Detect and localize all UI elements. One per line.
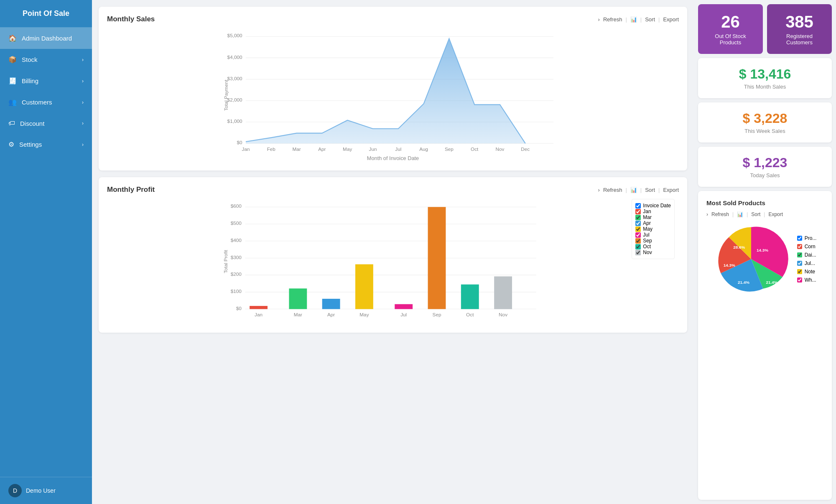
registered-number: 385	[775, 13, 823, 31]
pie-check-note[interactable]	[797, 269, 802, 274]
svg-text:Aug: Aug	[419, 146, 428, 152]
home-icon: 🏠	[8, 34, 17, 42]
pie-check-pro[interactable]	[797, 236, 802, 241]
sidebar-label-discount: Discount	[20, 120, 44, 127]
chart-icon-msp[interactable]: 📊	[737, 211, 743, 217]
pie-legend-item-corn: Corn	[797, 244, 817, 249]
sidebar-footer: D Demo User	[0, 477, 92, 504]
user-name: Demo User	[26, 487, 56, 494]
chevron-right-icon-discount: ›	[82, 120, 84, 126]
most-sold-header: Most Sold Products	[706, 199, 823, 206]
monthly-profit-export[interactable]: Export	[663, 187, 679, 193]
monthly-sales-sort[interactable]: Sort	[645, 16, 655, 23]
divider1: |	[625, 16, 627, 23]
divider2: |	[640, 16, 642, 23]
most-sold-export[interactable]: Export	[768, 211, 783, 217]
pie-label-corn: Corn	[805, 244, 816, 249]
out-of-stock-card: 26 Out Of Stock Products	[698, 4, 763, 54]
pie-check-jul[interactable]	[797, 261, 802, 266]
this-week-label: This Week Sales	[706, 128, 823, 134]
chart-icon-ms[interactable]: 📊	[630, 16, 637, 23]
monthly-profit-chart: $600 $500 $400 $300 $200 $100 $0 Total P…	[107, 199, 679, 324]
sidebar-item-stock[interactable]: 📦 Stock ›	[0, 49, 92, 70]
monthly-sales-export[interactable]: Export	[663, 16, 679, 23]
legend-label-jul: Jul	[643, 232, 649, 238]
legend-check-apr[interactable]	[635, 221, 641, 226]
svg-text:$3,000: $3,000	[227, 76, 242, 81]
svg-text:Jul: Jul	[395, 146, 401, 152]
legend-check-sep[interactable]	[635, 238, 641, 244]
most-sold-refresh[interactable]: Refresh	[711, 211, 729, 217]
svg-text:$0: $0	[237, 140, 242, 145]
today-sales-card: $ 1,223 Today Sales	[698, 147, 832, 187]
svg-rect-47	[428, 207, 446, 309]
most-sold-sort[interactable]: Sort	[751, 211, 760, 217]
monthly-profit-sort[interactable]: Sort	[645, 187, 655, 193]
pie-legend-item-jul: Jul...	[797, 260, 817, 266]
legend-check-jul[interactable]	[635, 232, 641, 238]
sidebar-label-stock: Stock	[22, 56, 38, 63]
svg-text:$500: $500	[231, 220, 242, 226]
sidebar-label-billing: Billing	[22, 77, 38, 84]
legend-check-invoice[interactable]	[635, 203, 641, 209]
legend-check-nov[interactable]	[635, 250, 641, 255]
svg-marker-13	[246, 39, 525, 144]
most-sold-title: Most Sold Products	[706, 199, 823, 206]
divider3: |	[658, 16, 660, 23]
this-week-sales-card: $ 3,228 This Week Sales	[698, 102, 832, 143]
pie-legend-item-dai: Dai...	[797, 252, 817, 258]
svg-text:$0: $0	[236, 305, 242, 311]
svg-text:Mar: Mar	[293, 146, 301, 152]
legend-check-mar[interactable]	[635, 215, 641, 220]
legend-check-jan[interactable]	[635, 209, 641, 214]
svg-rect-42	[250, 306, 268, 309]
legend-label-apr: Apr	[643, 220, 651, 226]
sidebar-item-admin-dashboard[interactable]: 🏠 Admin Dashboard	[0, 28, 92, 49]
svg-rect-49	[494, 276, 512, 309]
sidebar-label-settings: Settings	[19, 141, 42, 148]
pie-legend-item-note: Note	[797, 269, 817, 275]
monthly-sales-actions: › Refresh | 📊 | Sort | Export	[598, 16, 679, 23]
svg-text:Nov: Nov	[499, 312, 507, 317]
refresh-icon-msp: ›	[706, 211, 708, 217]
monthly-profit-refresh[interactable]: Refresh	[603, 187, 622, 193]
pie-label-jul: Jul...	[805, 260, 815, 266]
today-amount: $ 1,223	[706, 155, 823, 171]
divider6: |	[658, 187, 660, 193]
sidebar-item-billing[interactable]: 🧾 Billing ›	[0, 70, 92, 92]
svg-text:Apr: Apr	[318, 146, 326, 152]
out-of-stock-label: Out Of Stock Products	[706, 33, 754, 46]
stock-icon: 📦	[8, 56, 17, 64]
this-month-sales-card: $ 13,416 This Month Sales	[698, 58, 832, 98]
pie-legend: Pro... Corn Dai... Jul...	[797, 235, 817, 283]
sidebar-item-customers[interactable]: 👥 Customers ›	[0, 92, 92, 113]
legend-item-apr: Apr	[635, 220, 671, 226]
settings-icon: ⚙	[8, 140, 14, 148]
legend-check-may[interactable]	[635, 227, 641, 232]
monthly-profit-header: Monthly Profit › Refresh | 📊 | Sort | Ex…	[107, 186, 679, 194]
monthly-sales-refresh[interactable]: Refresh	[603, 16, 622, 23]
svg-text:$1,000: $1,000	[227, 118, 242, 124]
pie-check-corn[interactable]	[797, 244, 802, 249]
svg-text:Apr: Apr	[327, 312, 335, 317]
svg-text:$400: $400	[231, 237, 242, 243]
this-month-amount: $ 13,416	[706, 66, 823, 82]
monthly-profit-title: Monthly Profit	[107, 186, 598, 194]
pie-check-dai[interactable]	[797, 252, 802, 257]
pie-check-wh[interactable]	[797, 277, 802, 283]
legend-check-oct[interactable]	[635, 244, 641, 249]
svg-text:Jun: Jun	[369, 146, 377, 152]
legend-label-mar: Mar	[643, 214, 652, 220]
pie-label-wh: Wh...	[805, 277, 816, 283]
monthly-profit-card: Monthly Profit › Refresh | 📊 | Sort | Ex…	[99, 177, 687, 333]
chart-icon-mp[interactable]: 📊	[630, 187, 637, 193]
svg-text:$4,000: $4,000	[227, 54, 242, 60]
svg-text:21.4%: 21.4%	[766, 280, 777, 285]
svg-text:Total Profit: Total Profit	[223, 249, 228, 273]
registered-label: Registered Customers	[775, 33, 823, 46]
sidebar-item-settings[interactable]: ⚙ Settings ›	[0, 134, 92, 155]
legend-label-nov: Nov	[643, 249, 652, 255]
svg-text:14.3%: 14.3%	[757, 248, 768, 252]
sidebar-item-discount[interactable]: 🏷 Discount ›	[0, 113, 92, 134]
svg-rect-43	[289, 288, 307, 309]
